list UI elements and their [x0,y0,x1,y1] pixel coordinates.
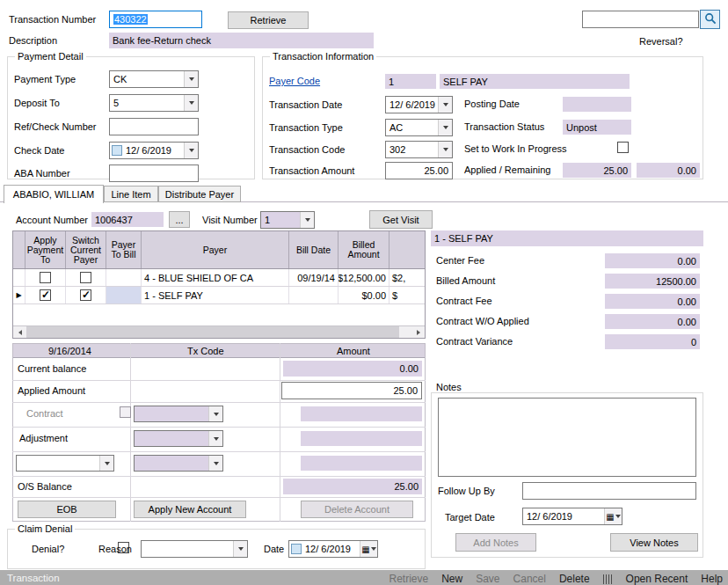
transaction-type-select[interactable]: AC [385,119,453,136]
payment-type-select[interactable]: CK [109,70,199,88]
grid-line [280,343,280,522]
menu-new[interactable]: New [441,573,462,585]
col-bill-date[interactable]: Bill Date [289,231,339,268]
adjustment-amount-field [301,431,422,446]
retrieve-button[interactable]: Retrieve [228,11,309,29]
delete-account-button[interactable]: Delete Account [301,501,413,518]
apply-new-account-button[interactable]: Apply New Account [134,501,246,518]
transaction-amount-input[interactable]: 25.00 [385,162,453,179]
col-partial [389,231,425,268]
add-notes-button[interactable]: Add Notes [455,533,536,552]
col-apply-payment-to[interactable]: Apply Payment To [25,231,66,268]
chevron-down-icon[interactable] [208,431,222,446]
ref-check-number-input[interactable] [109,118,199,135]
chevron-down-icon[interactable] [99,456,113,471]
col-switch-current-payer[interactable]: Switch Current Payer [66,231,106,268]
switch-payer-checkbox[interactable] [80,272,91,283]
col-payer-to-bill[interactable]: Payer To Bill [106,231,142,268]
target-date-picker[interactable]: 12/ 6/2019 ▦ [522,508,622,525]
chevron-down-icon[interactable] [184,71,198,87]
scroll-left-icon[interactable] [13,326,26,338]
visit-number-select[interactable]: 1 [260,211,315,229]
menu-retrieve[interactable]: Retrieve [389,573,428,585]
ref-check-number-label: Ref/Check Number [14,121,97,133]
check-date-picker[interactable]: 12/ 6/2019 [109,142,199,159]
payer-code-link[interactable]: Payer Code [269,76,320,87]
calendar-icon[interactable]: ▦ [604,508,622,524]
transaction-number-input[interactable]: 430322 [109,11,202,28]
wip-label: Set to Work In Progress [464,143,567,155]
chevron-down-icon[interactable] [184,95,198,111]
menu-open-recent[interactable]: Open Recent [626,573,688,585]
chevron-down-icon[interactable] [233,541,247,557]
apply-payment-checkbox[interactable] [40,289,51,301]
account-number-field: 1006437 [91,212,164,227]
transaction-date-picker[interactable]: 12/ 6/2019 [385,96,453,113]
get-visit-button[interactable]: Get Visit [369,210,433,229]
contract-checkbox[interactable] [120,406,131,418]
center-fee-field: 0.00 [605,253,700,268]
target-date-value: 12/ 6/2019 [523,511,604,522]
applied-remaining-label: Applied / Remaining [464,165,550,176]
scroll-right-icon[interactable] [411,326,425,338]
table-row[interactable]: 4 - BLUE SHIELD OF CA 09/19/14 $12,500.0… [13,269,425,287]
grid-line [12,451,426,452]
scrollbar-thumb[interactable] [26,326,399,338]
chevron-down-icon[interactable] [438,142,452,157]
col-billed-amount[interactable]: Billed Amount [339,231,389,268]
contract-amount-field [301,406,422,421]
account-browse-button[interactable]: ... [169,211,190,228]
eob-button[interactable]: EOB [18,501,116,518]
contract-variance-field: 0 [605,334,700,349]
adjustment-code-select[interactable] [134,430,223,447]
menu-save[interactable]: Save [476,573,499,585]
visit-date-header: 9/16/2014 [48,346,91,357]
transaction-code-select[interactable]: 302 [385,141,453,158]
tab-patient[interactable]: ABABIO, WILLIAM [4,185,104,203]
tab-line-item[interactable]: Line Item [104,186,158,202]
chevron-down-icon[interactable] [438,97,452,113]
menu-cancel[interactable]: Cancel [513,573,546,585]
menu-delete[interactable]: Delete [559,573,590,585]
payer-to-bill-cell [106,269,142,286]
footer-menu: Retrieve New Save Cancel Delete Open Rec… [389,573,723,585]
horizontal-scrollbar[interactable] [13,325,425,338]
apply-payment-checkbox[interactable] [40,272,51,283]
extra-code-select[interactable] [134,455,223,472]
chevron-down-icon[interactable] [208,406,222,421]
calendar-icon[interactable]: ▦ [360,541,377,557]
follow-up-by-input[interactable] [522,482,696,500]
reason-select[interactable] [141,540,248,558]
menu-help[interactable]: Help [701,573,723,585]
tab-distribute-payer[interactable]: Distribute Payer [158,186,241,202]
denial-date-picker[interactable]: 12/ 6/2019 ▦ [288,540,378,558]
chevron-down-icon[interactable] [300,212,314,228]
aba-number-input[interactable] [109,165,199,182]
notes-textarea[interactable] [438,398,696,477]
chevron-down-icon[interactable] [208,456,222,471]
switch-payer-checkbox[interactable] [80,289,91,301]
chevron-down-icon[interactable] [438,120,452,135]
contract-code-select[interactable] [134,406,223,422]
search-input[interactable] [582,11,699,28]
table-row-selected[interactable]: ▶ 1 - SELF PAY $0.00 $ [13,287,425,304]
deposit-to-select[interactable]: 5 [109,94,199,112]
partial-cell: $ [389,287,425,303]
check-date-checkbox[interactable] [112,145,122,156]
partial-cell: $2, [389,269,425,286]
extra-type-select[interactable] [16,455,114,472]
chevron-down-icon[interactable] [184,143,198,158]
wip-checkbox[interactable] [617,142,629,153]
transaction-status-field: Unpost [563,120,631,135]
search-button[interactable] [700,10,720,29]
amount-header: Amount [337,346,370,357]
contract-label: Contract [26,408,63,420]
billed-amount-cell: $12,500.00 [339,269,389,286]
claim-denial-title: Claim Denial [15,523,75,535]
contract-fee-field: 0.00 [605,294,700,309]
denial-date-checkbox[interactable] [291,544,302,554]
col-payer[interactable]: Payer [142,231,289,268]
denial-date-value: 12/ 6/2019 [302,544,360,554]
view-notes-button[interactable]: View Notes [610,533,698,552]
applied-amount-input[interactable]: 25.00 [281,382,422,399]
